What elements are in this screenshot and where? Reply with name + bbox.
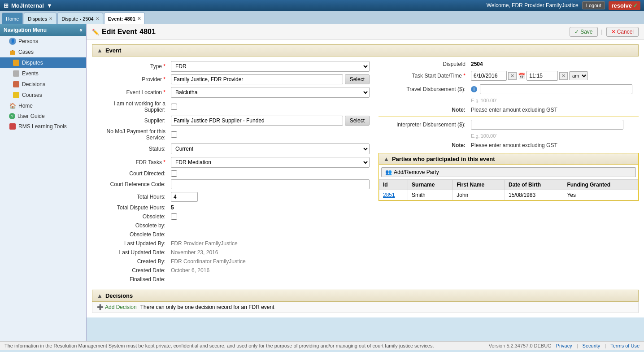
parties-header-row: Id Surname First Name Date of Birth Fund…	[379, 180, 638, 190]
court-ref-input[interactable]	[171, 179, 370, 189]
save-button[interactable]: ✓ Save	[570, 27, 597, 37]
footer-right: Version 5.2.34757.0 DEBUG Privacy | Secu…	[489, 343, 640, 348]
decisions-toggle[interactable]: ▲	[97, 292, 103, 299]
total-dispute-hours-value: 5	[171, 204, 174, 211]
col-surname: Surname	[408, 180, 453, 190]
event-section-header: ▲ Event	[92, 44, 639, 56]
logout-button[interactable]: Logout	[582, 1, 605, 9]
tab-home[interactable]: Home	[2, 13, 23, 24]
party-id: 2851	[379, 190, 408, 200]
add-decision-button[interactable]: ➕ Add Decision	[97, 304, 137, 310]
total-hours-input[interactable]: 4	[171, 192, 198, 202]
time-ampm-select[interactable]: am pm	[569, 71, 588, 80]
event4801-tab-close[interactable]: ✕	[137, 16, 141, 21]
sidebar-item-cases[interactable]: Cases	[0, 47, 86, 57]
sidebar-item-persons[interactable]: 👤 Persons	[0, 36, 86, 47]
calendar-icon[interactable]: 📅	[518, 73, 525, 79]
provider-field-wrap: Family Justice, FDR Provider Select	[171, 74, 370, 84]
interpreter-disb-placeholder: E.g.'100.00'	[471, 133, 496, 139]
rms-icon	[9, 123, 16, 130]
tab-event4801[interactable]: Event: 4801 ✕	[104, 13, 145, 24]
content-area: ✏️ Edit Event 4801 ✓ Save | ✕ Cancel	[87, 24, 644, 317]
sidebar-item-rmstools[interactable]: RMS Learning Tools	[0, 121, 86, 132]
travel-info-icon[interactable]: i	[471, 86, 477, 92]
status-field-wrap: Current	[171, 143, 370, 154]
tab-dispute2504[interactable]: Dispute - 2504 ✕	[57, 13, 103, 24]
party-id-link[interactable]: 2851	[383, 192, 395, 198]
main-content-scroll[interactable]: ✏️ Edit Event 4801 ✓ Save | ✕ Cancel	[87, 24, 644, 341]
court-ref-label: Court Reference Code:	[92, 181, 168, 187]
disputes-tab-close[interactable]: ✕	[49, 16, 52, 21]
dispute-id-label: DisputeId	[379, 61, 468, 67]
sidebar-item-home[interactable]: 🏠 Home	[0, 100, 86, 111]
save-check-icon: ✓	[574, 29, 579, 35]
parties-toggle[interactable]: ▲	[383, 156, 389, 162]
cancel-button[interactable]: ✕ Cancel	[606, 27, 639, 37]
event-section-toggle[interactable]: ▲	[97, 47, 103, 54]
parties-header: ▲ Parties who participated in this event	[379, 153, 638, 165]
form-left: Type FDR Provider	[92, 61, 370, 285]
finalised-date-row: Finalised Date:	[92, 276, 370, 282]
provider-input[interactable]: Family Justice, FDR Provider	[171, 74, 343, 84]
courses-icon	[13, 91, 20, 99]
events-icon	[13, 70, 20, 77]
provider-select-button[interactable]: Select	[345, 74, 370, 84]
task-start-date-clear[interactable]: ✕	[508, 72, 517, 80]
form-right: DisputeId 2504 Task Start Date/Time ✕ 📅	[379, 61, 639, 285]
created-date-value: October 6, 2016	[171, 267, 209, 274]
add-party-button[interactable]: 👥 Add/Remove Party	[381, 167, 636, 177]
type-select[interactable]: FDR	[171, 61, 370, 72]
obsolete-by-row: Obsolete by:	[92, 222, 370, 229]
not-working-checkbox[interactable]	[171, 104, 177, 110]
task-start-label: Task Start Date/Time	[379, 73, 468, 79]
decisions-title: Decisions	[105, 292, 133, 299]
obsolete-checkbox[interactable]	[171, 213, 177, 220]
supplier-select-button[interactable]: Select	[345, 116, 370, 126]
party-funding: Yes	[563, 190, 638, 200]
security-link[interactable]: Security	[583, 343, 600, 348]
no-moj-checkbox[interactable]	[171, 131, 177, 138]
supplier-input[interactable]: Family Justice FDR Supplier - Funded	[171, 116, 343, 126]
total-hours-label: Total Hours:	[92, 194, 168, 200]
party-surname: Smith	[408, 190, 453, 200]
status-row: Status: Current	[92, 143, 370, 154]
sidebar-collapse-button[interactable]: «	[79, 27, 83, 33]
sidebar-item-decisions[interactable]: Decisions	[0, 79, 86, 90]
dropdown-icon[interactable]: ▼	[47, 2, 52, 9]
guide-icon: ?	[9, 113, 15, 119]
sidebar-disputes-label: Disputes	[22, 60, 43, 66]
dispute2504-tab-close[interactable]: ✕	[96, 16, 99, 21]
sidebar-item-courses[interactable]: Courses	[0, 90, 86, 100]
supplier-row: Supplier: Family Justice FDR Supplier - …	[92, 116, 370, 126]
terms-link[interactable]: Terms of Use	[610, 343, 640, 348]
total-dispute-hours-row: Total Dispute Hours: 5	[92, 204, 370, 211]
task-start-time-input[interactable]	[527, 71, 558, 81]
col-dob: Date of Birth	[505, 180, 563, 190]
interpreter-disb-input[interactable]	[471, 120, 623, 130]
page-header: ✏️ Edit Event 4801 ✓ Save | ✕ Cancel	[87, 24, 644, 40]
version-text: Version 5.2.34757.0 DEBUG	[489, 343, 552, 348]
app-icon: ⊞	[4, 2, 9, 9]
add-party-icon: 👥	[385, 169, 392, 175]
privacy-link[interactable]: Privacy	[556, 343, 572, 348]
provider-row: Provider Family Justice, FDR Provider Se…	[92, 74, 370, 84]
not-working-label: I am not working for a Supplier:	[92, 100, 168, 113]
fdr-tasks-select[interactable]: FDR Mediation	[171, 157, 370, 168]
task-start-date-input[interactable]	[471, 71, 507, 81]
sidebar-item-events[interactable]: Events	[0, 68, 86, 79]
interpreter-disb-label: Interpreter Disbursement ($):	[379, 122, 468, 128]
last-updated-by-value: FDR Provider FamilyJustice	[171, 240, 238, 247]
court-directed-checkbox[interactable]	[171, 170, 177, 177]
sidebar-item-disputes[interactable]: Disputes	[0, 57, 86, 68]
obsolete-row: Obsolete:	[92, 213, 370, 220]
obsolete-label: Obsolete:	[92, 213, 168, 220]
tab-disputes[interactable]: Disputes ✕	[24, 13, 57, 24]
interpreter-note-text: Please enter amount excluding GST	[471, 142, 557, 148]
location-select[interactable]: Balclutha	[171, 87, 370, 98]
party-firstname: John	[453, 190, 505, 200]
travel-disb-input[interactable]	[480, 84, 632, 94]
status-select[interactable]: Current	[171, 143, 370, 154]
task-start-time-clear[interactable]: ✕	[559, 72, 568, 80]
tab-bar: Home Disputes ✕ Dispute - 2504 ✕ Event: …	[0, 11, 644, 24]
sidebar-item-userguide[interactable]: ? User Guide	[0, 111, 86, 121]
